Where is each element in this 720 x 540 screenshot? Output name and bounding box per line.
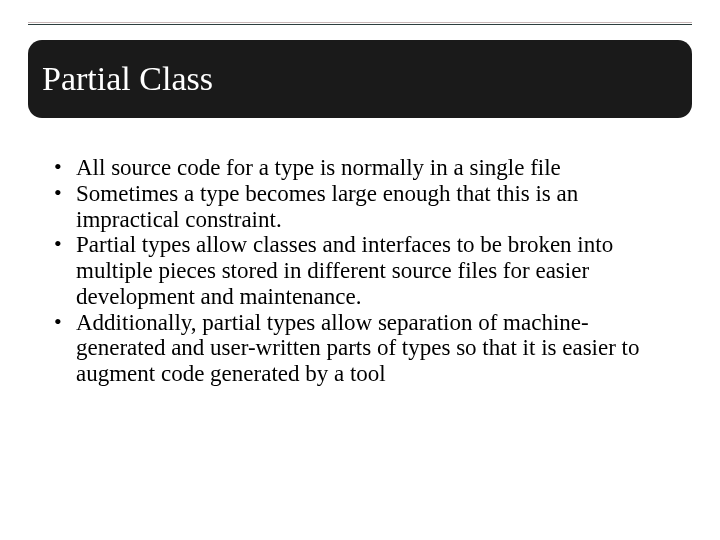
bullet-item: Partial types allow classes and interfac… bbox=[50, 232, 676, 309]
bullet-item: Additionally, partial types allow separa… bbox=[50, 310, 676, 387]
slide: Partial Class All source code for a type… bbox=[0, 0, 720, 540]
divider-rule bbox=[28, 22, 692, 25]
bullet-list: All source code for a type is normally i… bbox=[50, 155, 676, 387]
title-box: Partial Class bbox=[28, 40, 692, 118]
slide-title: Partial Class bbox=[42, 60, 213, 98]
bullet-item: Sometimes a type becomes large enough th… bbox=[50, 181, 676, 233]
slide-content: All source code for a type is normally i… bbox=[50, 155, 676, 387]
bullet-item: All source code for a type is normally i… bbox=[50, 155, 676, 181]
